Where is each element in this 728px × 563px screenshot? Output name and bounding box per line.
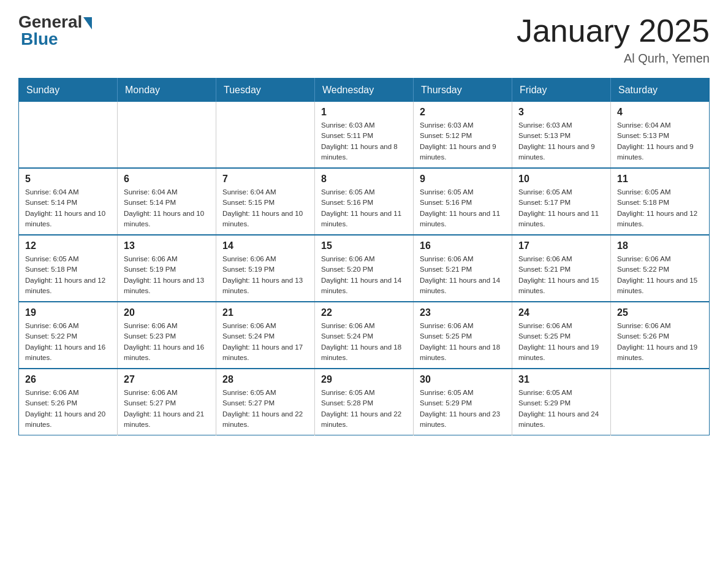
calendar-cell: 19Sunrise: 6:06 AMSunset: 5:22 PMDayligh… [19, 302, 118, 369]
day-number: 27 [124, 374, 210, 385]
day-number: 20 [124, 307, 210, 318]
title-section: January 2025 Al Qurh, Yemen [517, 12, 710, 66]
day-number: 31 [518, 374, 604, 385]
day-info: Sunrise: 6:03 AMSunset: 5:11 PMDaylight:… [321, 120, 407, 163]
day-info: Sunrise: 6:06 AMSunset: 5:19 PMDaylight:… [124, 254, 210, 296]
calendar-cell: 17Sunrise: 6:06 AMSunset: 5:21 PMDayligh… [512, 235, 611, 302]
day-info: Sunrise: 6:05 AMSunset: 5:29 PMDaylight:… [518, 388, 604, 430]
day-info: Sunrise: 6:06 AMSunset: 5:26 PMDaylight:… [617, 321, 703, 363]
day-number: 23 [420, 307, 506, 318]
calendar-cell: 3Sunrise: 6:03 AMSunset: 5:13 PMDaylight… [512, 102, 611, 168]
day-info: Sunrise: 6:06 AMSunset: 5:24 PMDaylight:… [321, 321, 407, 363]
day-number: 22 [321, 307, 407, 318]
day-info: Sunrise: 6:05 AMSunset: 5:18 PMDaylight:… [617, 187, 703, 229]
day-info: Sunrise: 6:04 AMSunset: 5:13 PMDaylight:… [617, 120, 703, 163]
day-number: 4 [617, 107, 703, 118]
calendar-cell: 11Sunrise: 6:05 AMSunset: 5:18 PMDayligh… [611, 168, 710, 235]
day-number: 25 [617, 307, 703, 318]
day-info: Sunrise: 6:06 AMSunset: 5:21 PMDaylight:… [518, 254, 604, 296]
day-info: Sunrise: 6:05 AMSunset: 5:16 PMDaylight:… [321, 187, 407, 229]
calendar-cell: 6Sunrise: 6:04 AMSunset: 5:14 PMDaylight… [118, 168, 216, 235]
day-info: Sunrise: 6:06 AMSunset: 5:23 PMDaylight:… [124, 321, 210, 363]
calendar-cell: 23Sunrise: 6:06 AMSunset: 5:25 PMDayligh… [414, 302, 512, 369]
calendar-week-4: 19Sunrise: 6:06 AMSunset: 5:22 PMDayligh… [19, 302, 710, 369]
header-wednesday: Wednesday [315, 79, 414, 102]
day-number: 10 [518, 174, 604, 185]
day-info: Sunrise: 6:05 AMSunset: 5:18 PMDaylight:… [25, 254, 111, 296]
calendar-cell: 7Sunrise: 6:04 AMSunset: 5:15 PMDaylight… [216, 168, 315, 235]
day-info: Sunrise: 6:06 AMSunset: 5:27 PMDaylight:… [124, 388, 210, 430]
header-saturday: Saturday [611, 79, 710, 102]
calendar-cell: 5Sunrise: 6:04 AMSunset: 5:14 PMDaylight… [19, 168, 118, 235]
logo-arrow-icon [83, 17, 92, 29]
day-info: Sunrise: 6:06 AMSunset: 5:22 PMDaylight:… [25, 321, 111, 363]
day-number: 30 [420, 374, 506, 385]
calendar-week-3: 12Sunrise: 6:05 AMSunset: 5:18 PMDayligh… [19, 235, 710, 302]
day-number: 2 [420, 107, 506, 118]
day-info: Sunrise: 6:03 AMSunset: 5:12 PMDaylight:… [420, 120, 506, 163]
day-info: Sunrise: 6:06 AMSunset: 5:25 PMDaylight:… [420, 321, 506, 363]
calendar-cell: 28Sunrise: 6:05 AMSunset: 5:27 PMDayligh… [216, 369, 315, 435]
day-info: Sunrise: 6:05 AMSunset: 5:16 PMDaylight:… [420, 187, 506, 229]
calendar-cell: 22Sunrise: 6:06 AMSunset: 5:24 PMDayligh… [315, 302, 414, 369]
day-number: 3 [518, 107, 604, 118]
calendar-cell: 1Sunrise: 6:03 AMSunset: 5:11 PMDaylight… [315, 102, 414, 168]
day-number: 1 [321, 107, 407, 118]
calendar-cell: 9Sunrise: 6:05 AMSunset: 5:16 PMDaylight… [414, 168, 512, 235]
calendar-week-1: 1Sunrise: 6:03 AMSunset: 5:11 PMDaylight… [19, 102, 710, 168]
logo: General Blue [18, 12, 92, 49]
day-info: Sunrise: 6:04 AMSunset: 5:15 PMDaylight:… [222, 187, 308, 229]
calendar-cell [118, 102, 216, 168]
header-friday: Friday [512, 79, 611, 102]
day-info: Sunrise: 6:05 AMSunset: 5:17 PMDaylight:… [518, 187, 604, 229]
calendar-cell: 8Sunrise: 6:05 AMSunset: 5:16 PMDaylight… [315, 168, 414, 235]
calendar-cell: 15Sunrise: 6:06 AMSunset: 5:20 PMDayligh… [315, 235, 414, 302]
calendar-cell: 31Sunrise: 6:05 AMSunset: 5:29 PMDayligh… [512, 369, 611, 435]
day-number: 6 [124, 174, 210, 185]
day-number: 11 [617, 174, 703, 185]
calendar-cell: 27Sunrise: 6:06 AMSunset: 5:27 PMDayligh… [118, 369, 216, 435]
day-info: Sunrise: 6:06 AMSunset: 5:19 PMDaylight:… [222, 254, 308, 296]
calendar-body: 1Sunrise: 6:03 AMSunset: 5:11 PMDaylight… [19, 102, 710, 435]
calendar-cell: 21Sunrise: 6:06 AMSunset: 5:24 PMDayligh… [216, 302, 315, 369]
calendar-cell: 2Sunrise: 6:03 AMSunset: 5:12 PMDaylight… [414, 102, 512, 168]
day-number: 19 [25, 307, 111, 318]
day-number: 16 [420, 240, 506, 251]
day-number: 17 [518, 240, 604, 251]
calendar-week-5: 26Sunrise: 6:06 AMSunset: 5:26 PMDayligh… [19, 369, 710, 435]
header-sunday: Sunday [19, 79, 118, 102]
calendar-cell: 29Sunrise: 6:05 AMSunset: 5:28 PMDayligh… [315, 369, 414, 435]
day-info: Sunrise: 6:06 AMSunset: 5:22 PMDaylight:… [617, 254, 703, 296]
day-number: 29 [321, 374, 407, 385]
day-info: Sunrise: 6:06 AMSunset: 5:20 PMDaylight:… [321, 254, 407, 296]
day-info: Sunrise: 6:03 AMSunset: 5:13 PMDaylight:… [518, 120, 604, 163]
calendar-header-row: SundayMondayTuesdayWednesdayThursdayFrid… [19, 79, 710, 102]
calendar-cell: 30Sunrise: 6:05 AMSunset: 5:29 PMDayligh… [414, 369, 512, 435]
calendar-cell: 25Sunrise: 6:06 AMSunset: 5:26 PMDayligh… [611, 302, 710, 369]
header-monday: Monday [118, 79, 216, 102]
day-number: 5 [25, 174, 111, 185]
day-info: Sunrise: 6:06 AMSunset: 5:21 PMDaylight:… [420, 254, 506, 296]
calendar-cell: 20Sunrise: 6:06 AMSunset: 5:23 PMDayligh… [118, 302, 216, 369]
calendar-cell: 14Sunrise: 6:06 AMSunset: 5:19 PMDayligh… [216, 235, 315, 302]
day-info: Sunrise: 6:05 AMSunset: 5:28 PMDaylight:… [321, 388, 407, 430]
day-info: Sunrise: 6:05 AMSunset: 5:27 PMDaylight:… [222, 388, 308, 430]
calendar-cell [611, 369, 710, 435]
day-number: 13 [124, 240, 210, 251]
calendar-title: January 2025 [517, 12, 710, 49]
day-number: 21 [222, 307, 308, 318]
calendar-cell: 24Sunrise: 6:06 AMSunset: 5:25 PMDayligh… [512, 302, 611, 369]
day-number: 9 [420, 174, 506, 185]
day-info: Sunrise: 6:04 AMSunset: 5:14 PMDaylight:… [124, 187, 210, 229]
calendar-cell: 18Sunrise: 6:06 AMSunset: 5:22 PMDayligh… [611, 235, 710, 302]
day-info: Sunrise: 6:06 AMSunset: 5:25 PMDaylight:… [518, 321, 604, 363]
day-number: 7 [222, 174, 308, 185]
day-number: 12 [25, 240, 111, 251]
day-info: Sunrise: 6:06 AMSunset: 5:24 PMDaylight:… [222, 321, 308, 363]
calendar-cell: 16Sunrise: 6:06 AMSunset: 5:21 PMDayligh… [414, 235, 512, 302]
header-tuesday: Tuesday [216, 79, 315, 102]
day-number: 8 [321, 174, 407, 185]
day-number: 26 [25, 374, 111, 385]
day-number: 15 [321, 240, 407, 251]
calendar-cell: 13Sunrise: 6:06 AMSunset: 5:19 PMDayligh… [118, 235, 216, 302]
